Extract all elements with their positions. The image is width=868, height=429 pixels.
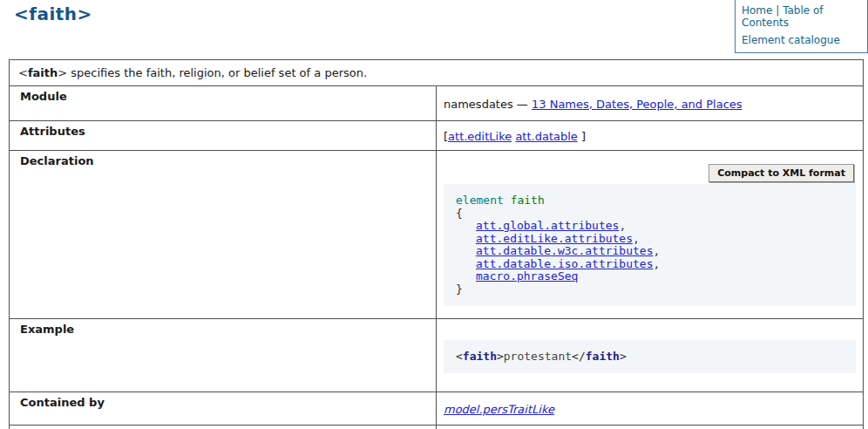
example-row: Example <faith>protestant</faith> bbox=[10, 319, 864, 392]
code-comma: , bbox=[619, 219, 626, 232]
next-row-partial bbox=[10, 426, 864, 429]
module-row: Module namesdates — 13 Names, Dates, Peo… bbox=[10, 86, 864, 121]
declaration-row-label: Declaration bbox=[10, 151, 437, 319]
nav-home-link[interactable]: Home bbox=[742, 4, 772, 17]
nav-line-secondary: Element catalogue bbox=[742, 34, 861, 46]
description-tag-name: faith bbox=[28, 66, 58, 79]
nav-line-primary: Home | Table of Contents bbox=[742, 4, 861, 29]
declaration-row: Declaration Compact to XML format elemen… bbox=[10, 151, 864, 319]
attribute-class-link-datable[interactable]: att.datable bbox=[515, 130, 577, 143]
description-tag-close: > bbox=[58, 66, 67, 79]
attributes-bracket-close: ] bbox=[581, 130, 586, 143]
example-open-delim: < bbox=[456, 350, 463, 363]
code-brace-close: } bbox=[456, 283, 844, 296]
attributes-row-label: Attributes bbox=[10, 121, 437, 151]
code-keyword-element: element bbox=[456, 194, 504, 207]
description-cell: <faith> specifies the faith, religion, o… bbox=[10, 60, 864, 86]
code-element-name: faith bbox=[511, 194, 545, 207]
example-close-tag-name: faith bbox=[586, 350, 620, 363]
declaration-link-att-datable-iso[interactable]: att.datable.iso.attributes bbox=[476, 257, 654, 270]
example-code-block: <faith>protestant</faith> bbox=[444, 340, 856, 373]
code-line-link: macro.phraseSeq bbox=[456, 270, 844, 283]
contained-by-row-label: Contained by bbox=[10, 392, 437, 426]
example-open-tag-name: faith bbox=[463, 350, 497, 363]
nav-element-catalogue-link[interactable]: Element catalogue bbox=[742, 34, 840, 46]
compact-to-xml-button[interactable]: Compact to XML format bbox=[709, 164, 854, 182]
attributes-row-value: [att.editLike att.datable ] bbox=[437, 121, 864, 151]
declaration-code-block: element faith { att.global.attributes, a… bbox=[444, 184, 856, 306]
attributes-row: Attributes [att.editLike att.datable ] bbox=[10, 121, 864, 151]
next-row-value-cell bbox=[437, 426, 864, 429]
code-comma: , bbox=[633, 232, 640, 245]
declaration-link-att-editlike[interactable]: att.editLike.attributes bbox=[476, 232, 633, 245]
code-line-link: att.editLike.attributes, bbox=[456, 233, 844, 246]
code-comma: , bbox=[654, 257, 661, 270]
nav-separator: | bbox=[776, 4, 779, 17]
description-row: <faith> specifies the faith, religion, o… bbox=[10, 60, 864, 86]
module-name-text: namesdates — bbox=[444, 98, 528, 111]
example-row-label: Example bbox=[10, 319, 437, 392]
declaration-link-macro-phraseseq[interactable]: macro.phraseSeq bbox=[476, 269, 578, 283]
code-line-link: att.global.attributes, bbox=[456, 220, 844, 233]
code-line-element: element faith bbox=[456, 194, 844, 208]
nav-box: Home | Table of Contents Element catalog… bbox=[735, 0, 868, 53]
declaration-link-att-global[interactable]: att.global.attributes bbox=[476, 219, 619, 232]
page-title: <faith> bbox=[14, 3, 92, 24]
module-row-label: Module bbox=[10, 86, 437, 121]
declaration-link-att-datable-w3c[interactable]: att.datable.w3c.attributes bbox=[476, 244, 654, 257]
code-brace-open: { bbox=[456, 208, 844, 221]
example-row-value: <faith>protestant</faith> bbox=[437, 319, 864, 392]
next-row-label-cell bbox=[10, 426, 437, 429]
code-comma: , bbox=[654, 244, 661, 257]
contained-by-row-value: model.persTraitLike bbox=[437, 392, 864, 426]
contained-by-row: Contained by model.persTraitLike bbox=[10, 392, 864, 426]
example-close-delim-end: > bbox=[620, 350, 627, 363]
contained-by-model-link[interactable]: model.persTraitLike bbox=[444, 403, 554, 416]
module-row-value: namesdates — 13 Names, Dates, People, an… bbox=[437, 86, 864, 121]
element-reference-page: <faith> Home | Table of Contents Element… bbox=[0, 0, 868, 429]
description-text: specifies the faith, religion, or belief… bbox=[67, 66, 367, 79]
code-line-link: att.datable.iso.attributes, bbox=[456, 258, 844, 271]
module-chapter-link[interactable]: 13 Names, Dates, People, and Places bbox=[532, 98, 743, 111]
declaration-row-value: Compact to XML format element faith { at… bbox=[437, 151, 864, 319]
element-spec-table: <faith> specifies the faith, religion, o… bbox=[9, 59, 864, 429]
code-line-link: att.datable.w3c.attributes, bbox=[456, 245, 844, 258]
example-close-delim: </ bbox=[572, 350, 586, 363]
example-open-delim-end: > bbox=[497, 350, 504, 363]
example-content-text: protestant bbox=[504, 350, 572, 363]
attribute-class-link-editlike[interactable]: att.editLike bbox=[448, 130, 512, 143]
description-tag-open: < bbox=[18, 66, 28, 79]
declaration-toolbar: Compact to XML format bbox=[437, 164, 854, 182]
